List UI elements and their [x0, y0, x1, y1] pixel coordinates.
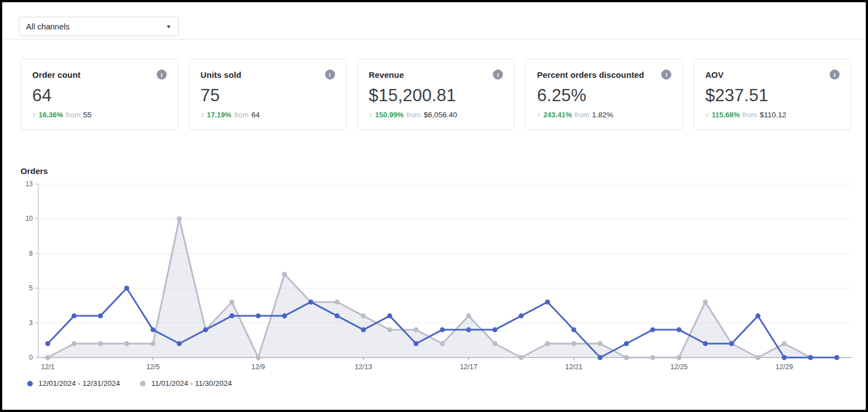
- delta-from-label: from: [66, 111, 81, 119]
- delta-previous-value: $6,056.40: [423, 111, 457, 119]
- card-delta: ↑ 16.36% from 55: [32, 111, 167, 119]
- november-data-point: [650, 355, 655, 360]
- info-icon[interactable]: i: [661, 70, 671, 80]
- legend-item-december[interactable]: 12/01/2024 - 12/31/2024: [27, 379, 120, 388]
- delta-percent: 115.68%: [712, 111, 740, 119]
- december-data-point: [308, 300, 313, 305]
- december-data-point: [571, 327, 576, 332]
- december-data-point: [98, 314, 103, 319]
- legend-label: 12/01/2024 - 12/31/2024: [38, 379, 120, 388]
- info-icon[interactable]: i: [157, 70, 167, 80]
- info-icon[interactable]: i: [493, 70, 503, 80]
- december-data-point: [177, 341, 182, 346]
- x-tick-label: 12/5: [146, 363, 159, 371]
- card-delta: ↑ 17.19% from 64: [201, 111, 335, 119]
- november-data-point: [256, 355, 261, 360]
- december-data-point: [834, 355, 839, 360]
- december-data-point: [782, 355, 787, 360]
- december-data-point: [335, 314, 340, 319]
- december-data-point: [676, 327, 681, 332]
- channel-selector-value: All channels: [26, 22, 69, 31]
- card-title: Units sold: [201, 70, 242, 80]
- card-title: Revenue: [369, 70, 404, 80]
- up-arrow-icon: ↑: [537, 111, 541, 119]
- up-arrow-icon: ↑: [32, 111, 36, 119]
- december-data-point: [755, 314, 760, 319]
- delta-percent: 16.36%: [39, 111, 63, 119]
- november-data-point: [440, 341, 445, 346]
- november-data-point: [151, 341, 156, 346]
- november-data-point: [571, 341, 576, 346]
- december-data-point: [624, 341, 629, 346]
- delta-previous-value: 1.82%: [592, 111, 613, 119]
- delta-previous-value: 55: [83, 111, 92, 119]
- november-data-point: [124, 341, 129, 346]
- card-value: 75: [201, 86, 335, 106]
- x-tick-label: 12/9: [251, 363, 265, 371]
- december-data-point: [650, 327, 655, 332]
- december-data-point: [466, 327, 471, 332]
- card-value: $15,200.81: [369, 86, 503, 106]
- november-data-point: [597, 341, 602, 346]
- y-tick-label: 0: [29, 354, 33, 361]
- december-data-point: [256, 314, 261, 319]
- december-data-point: [440, 327, 445, 332]
- november-data-point: [676, 355, 681, 360]
- card-delta: ↑ 150.99% from $6,056.40: [369, 111, 503, 119]
- november-data-point: [72, 341, 77, 346]
- info-icon[interactable]: i: [325, 70, 335, 80]
- card-value: 6.25%: [537, 86, 671, 106]
- november-data-point: [466, 314, 471, 319]
- up-arrow-icon: ↑: [201, 111, 204, 119]
- november-data-point: [624, 355, 629, 360]
- y-tick-label: 13: [26, 180, 33, 188]
- november-data-point: [545, 341, 550, 346]
- december-data-point: [124, 286, 129, 291]
- x-tick-label: 12/21: [565, 363, 582, 371]
- legend-item-november[interactable]: 11/01/2024 - 11/30/2024: [140, 379, 232, 388]
- card-order-count: Order count i 64 ↑ 16.36% from 55: [21, 59, 178, 130]
- card-aov: AOV i $237.51 ↑ 115.68% from $110.12: [694, 59, 851, 130]
- delta-percent: 243.41%: [543, 111, 572, 119]
- card-value: 64: [32, 86, 167, 106]
- november-data-point: [230, 300, 235, 305]
- x-tick-label: 12/13: [355, 363, 372, 371]
- november-data-point: [782, 341, 787, 346]
- december-data-point: [729, 341, 734, 346]
- series-dot-icon: [140, 381, 146, 386]
- y-tick-label: 10: [26, 215, 33, 222]
- november-data-point: [387, 327, 392, 332]
- x-tick-label: 12/17: [460, 363, 477, 371]
- december-data-point: [46, 341, 51, 346]
- november-data-point: [282, 272, 287, 277]
- december-data-point: [387, 314, 392, 319]
- orders-chart[interactable]: 0358101312/112/512/912/1312/1712/2112/25…: [2, 179, 868, 375]
- y-tick-label: 3: [29, 319, 33, 327]
- y-tick-label: 5: [29, 284, 33, 292]
- delta-from-label: from: [234, 111, 248, 119]
- december-data-point: [703, 341, 708, 346]
- november-data-point: [518, 355, 523, 360]
- chart-legend: 12/01/2024 - 12/31/2024 11/01/2024 - 11/…: [27, 379, 232, 388]
- delta-from-label: from: [575, 111, 589, 119]
- december-data-point: [151, 327, 156, 332]
- december-data-point: [545, 300, 550, 305]
- y-axis: 03581013: [26, 180, 852, 361]
- december-data-point: [597, 355, 602, 360]
- kpi-cards-row: Order count i 64 ↑ 16.36% from 55 Units …: [21, 59, 851, 130]
- info-icon[interactable]: i: [830, 70, 840, 80]
- x-axis: 12/112/512/912/1312/1712/2112/2512/29: [38, 358, 852, 371]
- delta-previous-value: 64: [251, 111, 260, 119]
- x-tick-label: 12/29: [776, 363, 793, 371]
- december-data-point: [203, 327, 208, 332]
- card-revenue: Revenue i $15,200.81 ↑ 150.99% from $6,0…: [357, 59, 515, 130]
- card-title: Percent orders discounted: [537, 70, 644, 80]
- december-data-point: [230, 314, 235, 319]
- delta-previous-value: $110.12: [760, 111, 786, 119]
- delta-percent: 17.19%: [207, 111, 231, 119]
- delta-from-label: from: [406, 111, 421, 119]
- card-title: AOV: [705, 70, 724, 80]
- card-title: Order count: [32, 70, 81, 80]
- channel-selector-dropdown[interactable]: All channels ▼: [19, 17, 179, 36]
- card-percent-orders-discounted: Percent orders discounted i 6.25% ↑ 243.…: [525, 59, 683, 130]
